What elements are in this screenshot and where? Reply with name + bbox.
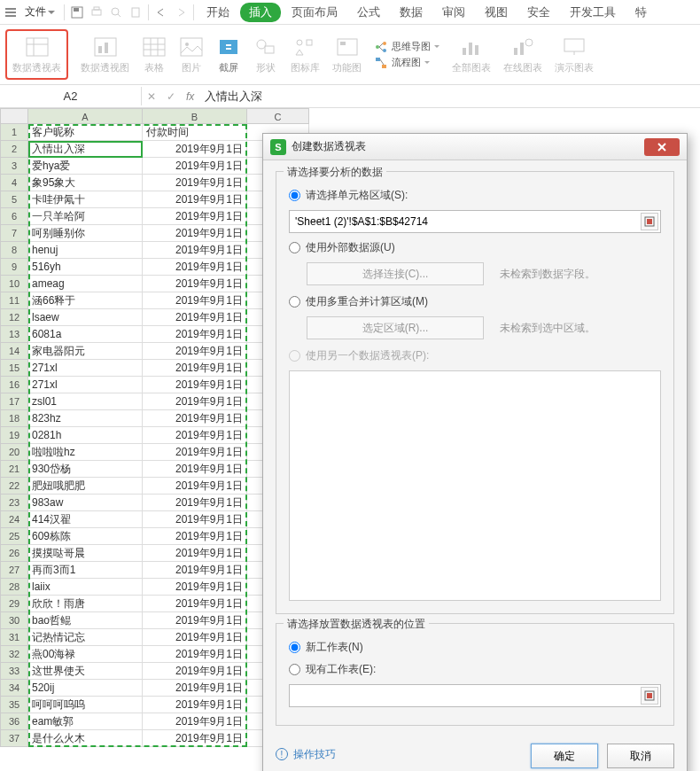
radio-cell-range[interactable]: 请选择单元格区域(S): [289, 188, 661, 203]
ribbon-screenshot[interactable]: 截屏 [216, 35, 241, 74]
radio-external-input[interactable] [289, 242, 300, 253]
redo-icon[interactable] [172, 4, 190, 21]
ribbon-iconlib[interactable]: 图标库 [291, 35, 320, 74]
cell-A25[interactable]: 609栋陈 [28, 528, 143, 545]
range-picker-button[interactable] [641, 213, 658, 230]
cell-B16[interactable]: 2019年9月1日 [143, 377, 247, 393]
tab-review[interactable]: 审阅 [433, 1, 474, 24]
cell-A14[interactable]: 家电器阳元 [28, 343, 143, 360]
cell-A37[interactable]: 是什么火木 [28, 730, 143, 747]
cell-B7[interactable]: 2019年9月1日 [143, 225, 247, 242]
row-header[interactable]: 2 [0, 141, 28, 158]
ribbon-mindmap[interactable]: 思维导图 [374, 40, 439, 54]
tab-security[interactable]: 安全 [518, 1, 559, 24]
select-all-corner[interactable] [0, 108, 28, 124]
cell-A1[interactable]: 客户昵称 [28, 124, 143, 141]
row-header[interactable]: 36 [0, 713, 28, 730]
ribbon-picture[interactable]: 图片 [179, 35, 204, 74]
tab-data[interactable]: 数据 [391, 1, 432, 24]
cell-A24[interactable]: 414汉翟 [28, 511, 143, 528]
cell-B35[interactable]: 2019年9月1日 [143, 697, 247, 713]
cell-B25[interactable]: 2019年9月1日 [143, 528, 247, 545]
cell-A13[interactable]: 6081a [28, 326, 143, 343]
formula-text[interactable]: 入情出入深 [199, 89, 268, 105]
row-header[interactable]: 8 [0, 242, 28, 259]
row-header[interactable]: 1 [0, 124, 28, 141]
row-header[interactable]: 17 [0, 393, 28, 410]
cell-A4[interactable]: 象95象大 [28, 175, 143, 191]
cell-B19[interactable]: 2019年9月1日 [143, 427, 247, 444]
cancel-button[interactable]: 取消 [607, 744, 674, 768]
cell-B32[interactable]: 2019年9月1日 [143, 646, 247, 663]
ribbon-allchart[interactable]: 全部图表 [452, 35, 491, 74]
cell-B10[interactable]: 2019年9月1日 [143, 276, 247, 292]
cell-B27[interactable]: 2019年9月1日 [143, 562, 247, 579]
fx-icon[interactable]: fx [181, 90, 199, 103]
cell-A12[interactable]: lsaew [28, 309, 143, 326]
cell-A20[interactable]: 啦啦啦hz [28, 444, 143, 461]
tab-layout[interactable]: 页面布局 [283, 1, 346, 24]
cell-B31[interactable]: 2019年9月1日 [143, 629, 247, 646]
row-header[interactable]: 25 [0, 528, 28, 545]
row-header[interactable]: 27 [0, 562, 28, 579]
ribbon-pivot-chart[interactable]: 数据透视图 [81, 35, 129, 74]
cell-A10[interactable]: ameag [28, 276, 143, 292]
file-menu[interactable]: 文件 [19, 3, 60, 21]
cell-A26[interactable]: 摸摸哒哥晨 [28, 545, 143, 562]
row-header[interactable]: 13 [0, 326, 28, 343]
radio-multi-input[interactable] [289, 296, 300, 308]
cell-B17[interactable]: 2019年9月1日 [143, 393, 247, 410]
cell-A22[interactable]: 肥妞哦肥肥 [28, 478, 143, 495]
undo-icon[interactable] [152, 4, 170, 21]
cell-A35[interactable]: 呵呵呵呜呜 [28, 697, 143, 713]
cell-A36[interactable]: eam敏郭 [28, 713, 143, 730]
tab-start[interactable]: 开始 [198, 1, 238, 24]
ribbon-flowchart[interactable]: 流程图 [374, 56, 439, 70]
cell-B23[interactable]: 2019年9月1日 [143, 495, 247, 511]
cell-A33[interactable]: 这世界使天 [28, 663, 143, 680]
cancel-formula-icon[interactable]: ✕ [142, 90, 161, 103]
row-header[interactable]: 7 [0, 225, 28, 242]
dialog-close-button[interactable] [644, 138, 680, 156]
cell-A8[interactable]: henuj [28, 242, 143, 259]
cell-B15[interactable]: 2019年9月1日 [143, 360, 247, 377]
ribbon-funcchart[interactable]: 功能图 [332, 35, 362, 74]
column-header-A[interactable]: A [28, 108, 143, 124]
cell-A34[interactable]: 520ij [28, 680, 143, 697]
cell-A2[interactable]: 入情出入深 [28, 141, 143, 158]
operation-tips-link[interactable]: ! 操作技巧 [276, 747, 336, 762]
cell-B2[interactable]: 2019年9月1日 [143, 141, 247, 158]
cell-B18[interactable]: 2019年9月1日 [143, 410, 247, 427]
ribbon-onlinechart[interactable]: 在线图表 [503, 35, 542, 74]
cell-A11[interactable]: 涵66释于 [28, 292, 143, 309]
ok-button[interactable]: 确定 [531, 744, 598, 768]
cell-A3[interactable]: 爱hya爱 [28, 158, 143, 175]
radio-existing-sheet-input[interactable] [289, 664, 300, 675]
cell-A6[interactable]: 一只羊哈阿 [28, 208, 143, 225]
cell-B30[interactable]: 2019年9月1日 [143, 612, 247, 629]
row-header[interactable]: 30 [0, 612, 28, 629]
cell-A30[interactable]: bao哲鲲 [28, 612, 143, 629]
row-header[interactable]: 5 [0, 191, 28, 208]
row-header[interactable]: 9 [0, 259, 28, 276]
ribbon-shape[interactable]: 形状 [253, 35, 278, 74]
tab-formula[interactable]: 公式 [348, 1, 389, 24]
radio-cell-range-input[interactable] [289, 190, 300, 201]
cell-B8[interactable]: 2019年9月1日 [143, 242, 247, 259]
cell-A18[interactable]: 823hz [28, 410, 143, 427]
cell-B4[interactable]: 2019年9月1日 [143, 175, 247, 191]
cell-B12[interactable]: 2019年9月1日 [143, 309, 247, 326]
ribbon-table[interactable]: 表格 [142, 35, 167, 74]
cell-A7[interactable]: 呵别睡别你 [28, 225, 143, 242]
cell-B6[interactable]: 2019年9月1日 [143, 208, 247, 225]
row-header[interactable]: 10 [0, 276, 28, 292]
radio-new-sheet-input[interactable] [289, 642, 300, 653]
row-header[interactable]: 22 [0, 478, 28, 495]
row-header[interactable]: 26 [0, 545, 28, 562]
column-header-C[interactable]: C [247, 108, 309, 124]
cell-B26[interactable]: 2019年9月1日 [143, 545, 247, 562]
row-header[interactable]: 4 [0, 175, 28, 191]
cell-range-input[interactable] [289, 210, 661, 233]
row-header[interactable]: 15 [0, 360, 28, 377]
ribbon-pivot-table[interactable]: 数据透视表 [5, 29, 68, 80]
